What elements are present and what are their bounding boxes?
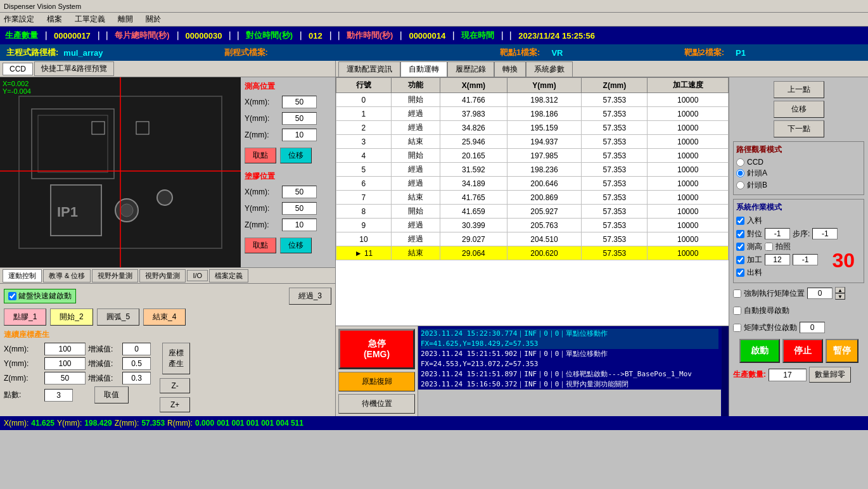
check-align[interactable] <box>736 230 744 238</box>
btn-start[interactable]: 啟動 <box>739 339 780 363</box>
btn-prev-point[interactable]: 上一點 <box>774 81 824 98</box>
tab-outer-measure[interactable]: 視野外量測 <box>92 269 138 283</box>
cg-x-input[interactable] <box>44 343 86 355</box>
apply-get-btn[interactable]: 取點 <box>245 238 276 253</box>
measure-move-btn[interactable]: 位移 <box>280 148 312 163</box>
check-process[interactable] <box>736 256 744 264</box>
apply-z-input[interactable] <box>282 219 317 231</box>
btn-reset-count[interactable]: 數量歸零 <box>809 367 851 383</box>
btn-dispense1[interactable]: 點膠_1 <box>4 308 46 326</box>
process-input1[interactable] <box>765 254 790 265</box>
menu-item-workorder[interactable]: 工單定義 <box>75 14 105 25</box>
radio-needle-b[interactable] <box>736 181 744 189</box>
cg-y-input[interactable] <box>44 357 86 370</box>
step-input[interactable] <box>812 228 838 239</box>
table-row[interactable]: 3結束25.946194.93757.35310000 <box>336 135 729 149</box>
check-height-label: 測高 <box>747 241 762 252</box>
btn-standby[interactable]: 待機位置 <box>338 394 415 414</box>
btn-emg[interactable]: 急停 (EMG) <box>338 329 415 369</box>
btn-coord-gen[interactable]: 座標 產生 <box>162 343 190 374</box>
btn-restore[interactable]: 原點復歸 <box>338 372 415 391</box>
btn-next-point[interactable]: 下一點 <box>774 120 824 137</box>
check-force[interactable] <box>733 289 741 298</box>
table-row[interactable]: 0開始41.766198.31257.35310000 <box>336 93 729 107</box>
check-height[interactable] <box>736 243 744 251</box>
log-line: 2023.11.24 15:21:51.897｜INF｜0｜0｜位移靶點啟動--… <box>421 369 718 379</box>
force-input[interactable] <box>807 288 833 299</box>
cg-z-input[interactable] <box>44 372 86 384</box>
radio-ccd[interactable] <box>736 158 744 167</box>
btn-arc5[interactable]: 圓弧_5 <box>97 308 139 326</box>
cg-incx-label: 增減值: <box>88 344 120 355</box>
btn-start2[interactable]: 開始_2 <box>50 308 93 326</box>
btn-move-point[interactable]: 位移 <box>774 101 824 118</box>
menu-item-about[interactable]: 關於 <box>146 14 161 25</box>
check-auto-search[interactable] <box>733 307 741 315</box>
apply-pos-title: 塗膠位置 <box>245 171 331 182</box>
cg-incx-input[interactable] <box>122 343 151 355</box>
tab-quick-workorder[interactable]: 快捷工單&路徑預覽 <box>34 61 114 76</box>
check-in[interactable] <box>736 217 744 225</box>
btn-end4[interactable]: 結束_4 <box>143 308 186 326</box>
tab-history[interactable]: 履歷記錄 <box>447 61 494 77</box>
check-matrix-align[interactable] <box>733 324 741 332</box>
check-photo[interactable] <box>765 243 773 251</box>
table-row[interactable]: 7結束41.765200.86957.35310000 <box>336 191 729 205</box>
table-row[interactable]: 8開始41.659205.92757.35310000 <box>336 205 729 219</box>
btn-z-plus[interactable]: Z+ <box>160 397 190 412</box>
tab-inner-measure[interactable]: 視野內量測 <box>139 269 186 283</box>
menu-item-exit[interactable]: 離開 <box>118 14 133 25</box>
tab-motion-control[interactable]: 運動控制 <box>3 269 42 283</box>
measure-z-input[interactable] <box>282 129 317 141</box>
check-out[interactable] <box>736 269 744 277</box>
tab-file-def[interactable]: 檔案定義 <box>209 269 248 283</box>
table-row[interactable]: 6經過34.189200.64657.35310000 <box>336 177 729 191</box>
app-title: Dispenser Vision System <box>4 3 81 10</box>
keyboard-shortcut-check[interactable] <box>8 292 16 300</box>
table-row[interactable]: 9經過30.399205.76357.35310000 <box>336 219 729 232</box>
tab-convert[interactable]: 轉換 <box>494 61 526 77</box>
process-input2[interactable] <box>793 254 818 265</box>
col-header-speed: 加工速度 <box>648 78 729 93</box>
measure-x-input[interactable] <box>282 96 317 108</box>
table-row[interactable]: 2經過34.826195.15957.35310000 <box>336 121 729 135</box>
menu-item-file[interactable]: 檔案 <box>47 14 62 25</box>
table-row[interactable]: 4開始20.165197.98557.35310000 <box>336 149 729 163</box>
align-step-input[interactable] <box>765 228 790 239</box>
table-row[interactable]: 10經過29.027204.51057.35310000 <box>336 232 729 246</box>
apply-move-btn[interactable]: 位移 <box>280 238 312 253</box>
tab-auto-run[interactable]: 自動運轉 <box>400 61 447 77</box>
apply-x-input[interactable] <box>282 186 317 198</box>
tab-teach-move[interactable]: 教導 & 位移 <box>43 269 91 283</box>
btn-pass3[interactable]: 經過_3 <box>289 288 331 305</box>
prod-count-input[interactable] <box>769 369 807 381</box>
table-row[interactable]: 1經過37.983198.18657.35310000 <box>336 107 729 121</box>
target1-label: 靶點1檔案: <box>500 47 540 58</box>
table-row[interactable]: 5經過31.592198.23657.35310000 <box>336 163 729 177</box>
force-row: 強制執行矩陣位置 ▲ ▼ <box>733 287 864 300</box>
radio-needle-a[interactable] <box>736 169 744 177</box>
force-spin-up[interactable]: ▲ <box>835 287 845 293</box>
measure-get-btn[interactable]: 取點 <box>245 148 276 163</box>
action-time-value: 00000014 <box>409 31 445 41</box>
keyboard-shortcut-label: 鍵盤快速鍵啟動 <box>4 289 76 303</box>
apply-y-input[interactable] <box>282 202 317 215</box>
menu-item-settings[interactable]: 作業設定 <box>4 14 34 25</box>
cg-incy-input[interactable] <box>122 357 151 370</box>
btn-stop[interactable]: 停止 <box>782 339 823 363</box>
measure-y-input[interactable] <box>282 112 317 125</box>
cg-count-label: 點數: <box>4 390 42 400</box>
btn-z-minus[interactable]: Z- <box>160 378 190 393</box>
tab-io[interactable]: I/O <box>187 270 208 281</box>
tab-ccd[interactable]: CCD <box>3 63 33 75</box>
force-spin-down[interactable]: ▼ <box>835 293 845 300</box>
btn-get-val[interactable]: 取值 <box>94 386 129 403</box>
cg-incz-input[interactable] <box>122 372 151 384</box>
matrix-input[interactable] <box>800 322 825 333</box>
table-row[interactable]: ► 11結束29.064200.62057.35310000 <box>336 246 729 260</box>
cg-count-input[interactable] <box>44 389 73 402</box>
tab-sys-params[interactable]: 系統參數 <box>526 61 573 77</box>
check-process-label: 加工 <box>747 255 762 265</box>
tab-motion-config[interactable]: 運動配置資訊 <box>338 61 400 77</box>
btn-pause[interactable]: 暫停 <box>826 339 858 363</box>
